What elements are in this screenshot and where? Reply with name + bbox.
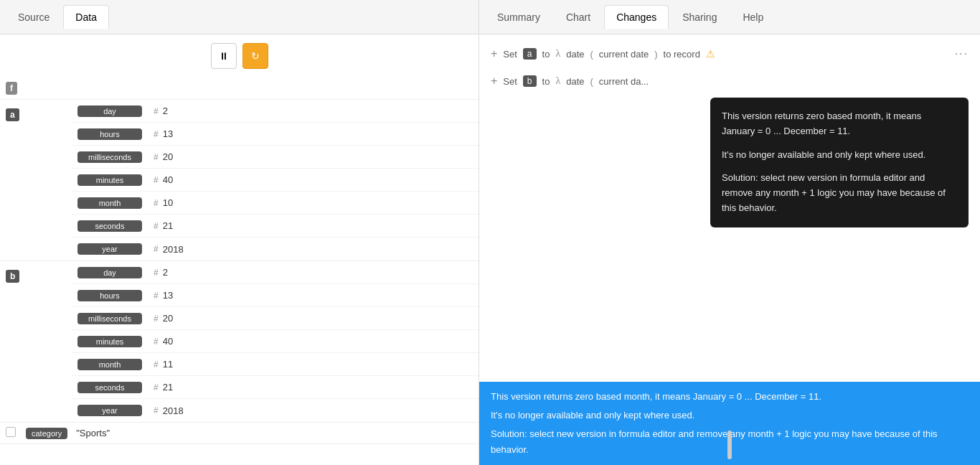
lambda-b: λ — [555, 75, 560, 87]
b-day-tag: day — [77, 267, 142, 278]
to-label-a: to — [542, 49, 550, 60]
a-hours-value: 13 — [163, 128, 173, 139]
toolbar: ⏸ ↻ — [0, 34, 479, 78]
a-minutes-value: 40 — [163, 174, 173, 185]
f-badge: f — [6, 82, 17, 95]
a-milliseconds-value: 20 — [163, 151, 173, 162]
change-row-b: + Set b to λ date ( current da... — [479, 67, 980, 95]
paren-close-a: ) — [654, 49, 657, 60]
category-checkbox-cell — [6, 427, 23, 439]
paren-open-b: ( — [590, 76, 593, 87]
a-hours-tag: hours — [77, 128, 142, 140]
b-section-row: b day # 2 hours # 13 milliseconds — [0, 261, 479, 423]
a-fields-table: day # 2 hours # 13 milliseconds # 20 — [72, 100, 479, 260]
current-date-a: current date — [599, 49, 649, 60]
a-field-month: month # 10 — [72, 192, 479, 215]
a-day-value: 2 — [163, 105, 168, 116]
b-milliseconds-value: 20 — [163, 313, 173, 324]
left-panel: Source Data ⏸ ↻ f a day — [0, 0, 479, 465]
b-milliseconds-tag: milliseconds — [77, 313, 142, 324]
b-minutes-tag: minutes — [77, 336, 142, 347]
a-field-milliseconds: milliseconds # 20 — [72, 146, 479, 169]
a-badge: a — [6, 108, 19, 121]
b-seconds-value: 21 — [163, 382, 173, 393]
b-year-value: 2018 — [163, 405, 184, 416]
to-label-b: to — [542, 76, 550, 87]
tab-data[interactable]: Data — [63, 5, 109, 29]
a-year-value: 2018 — [163, 244, 184, 255]
category-checkbox[interactable] — [6, 427, 16, 437]
more-options-a[interactable]: ··· — [955, 47, 969, 60]
b-fields-table: day # 2 hours # 13 milliseconds # 20 — [72, 261, 479, 422]
category-value: "Sports" — [76, 428, 110, 438]
category-tag: category — [26, 428, 67, 439]
b-badge: b — [6, 270, 19, 283]
left-tab-bar: Source Data — [0, 0, 479, 34]
b-hours-value: 13 — [163, 290, 173, 301]
right-content: + Set a to λ date ( current date ) to re… — [479, 34, 980, 465]
a-field-seconds: seconds # 21 — [72, 215, 479, 238]
resize-handle[interactable] — [727, 431, 732, 459]
category-row: category "Sports" — [0, 423, 479, 444]
lambda-a: λ — [555, 48, 560, 60]
tooltip-line3: Solution: select new version in formula … — [722, 171, 957, 215]
a-minutes-tag: minutes — [77, 174, 142, 186]
a-month-tag: month — [77, 197, 142, 209]
left-content: ⏸ ↻ f a day # 2 — [0, 34, 479, 465]
tab-changes[interactable]: Changes — [604, 5, 669, 29]
a-field-minutes: minutes # 40 — [72, 169, 479, 192]
tab-source[interactable]: Source — [6, 5, 62, 29]
set-label-a: Set — [503, 49, 517, 60]
f-section: f — [0, 78, 479, 100]
b-field-milliseconds: milliseconds # 20 — [72, 307, 479, 330]
pause-icon: ⏸ — [219, 50, 229, 62]
plus-icon-b[interactable]: + — [491, 75, 497, 88]
b-field-year: year # 2018 — [72, 399, 479, 422]
b-field-seconds: seconds # 21 — [72, 376, 479, 399]
set-label-b: Set — [503, 76, 517, 87]
notif-line1: This version returns zero based month, i… — [491, 389, 969, 405]
a-year-tag: year — [77, 243, 142, 255]
a-seconds-tag: seconds — [77, 220, 142, 232]
date-label-a: date — [566, 49, 584, 60]
a-day-tag: day — [77, 105, 142, 117]
a-field-day: day # 2 — [72, 100, 479, 123]
tab-help[interactable]: Help — [730, 5, 776, 29]
b-field-month: month # 11 — [72, 353, 479, 376]
a-seconds-value: 21 — [163, 220, 173, 231]
data-scroll-area[interactable]: f a day # 2 hours # 13 — [0, 78, 479, 465]
tooltip-line1: This version returns zero based month, i… — [722, 109, 957, 139]
var-badge-b: b — [523, 75, 537, 87]
refresh-button[interactable]: ↻ — [242, 43, 268, 69]
refresh-icon: ↻ — [251, 50, 260, 62]
b-label-cell: b — [0, 261, 72, 288]
b-hours-tag: hours — [77, 290, 142, 301]
b-field-day: day # 2 — [72, 261, 479, 284]
b-seconds-tag: seconds — [77, 382, 142, 393]
a-label-cell: a — [0, 100, 72, 127]
right-tab-bar: Summary Chart Changes Sharing Help — [479, 0, 980, 34]
change-row-a: + Set a to λ date ( current date ) to re… — [479, 40, 980, 67]
right-panel: Summary Chart Changes Sharing Help + Set… — [479, 0, 980, 465]
tab-chart[interactable]: Chart — [554, 5, 603, 29]
tooltip-line2: It's no longer available and only kept w… — [722, 148, 957, 163]
notif-line2: It's no longer available and only kept w… — [491, 408, 969, 423]
tab-summary[interactable]: Summary — [485, 5, 552, 29]
b-day-value: 2 — [163, 267, 168, 278]
b-month-value: 11 — [163, 359, 173, 370]
a-milliseconds-tag: milliseconds — [77, 151, 142, 163]
paren-open-a: ( — [590, 49, 593, 60]
to-record-a: to record — [664, 49, 700, 60]
tab-sharing[interactable]: Sharing — [670, 5, 729, 29]
current-date-b: current da... — [599, 76, 649, 87]
b-field-hours: hours # 13 — [72, 284, 479, 307]
a-field-year: year # 2018 — [72, 238, 479, 260]
b-month-tag: month — [77, 359, 142, 370]
tooltip-popup: This version returns zero based month, i… — [710, 98, 969, 227]
pause-button[interactable]: ⏸ — [211, 43, 237, 69]
a-field-hours: hours # 13 — [72, 123, 479, 146]
plus-icon-a[interactable]: + — [491, 47, 497, 60]
b-year-tag: year — [77, 405, 142, 416]
a-month-value: 10 — [163, 197, 173, 208]
b-field-minutes: minutes # 40 — [72, 330, 479, 353]
